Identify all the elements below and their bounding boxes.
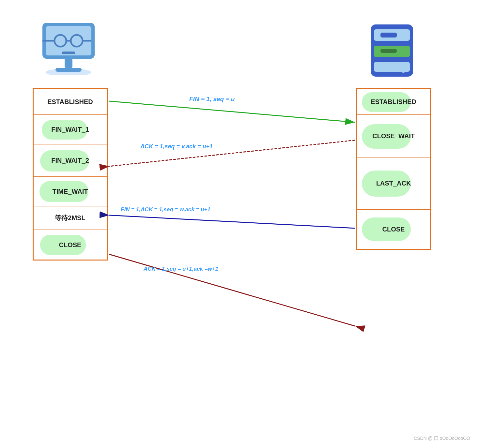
watermark: CSDN @ 囗 oOoOoOooOO [414, 436, 470, 441]
right-close-label: CLOSE [382, 226, 405, 233]
diagram-container: ESTABLISHED FIN_WAIT_1 FIN_WAIT_2 TIME_W… [0, 0, 480, 448]
right-state-established: ESTABLISHED [357, 89, 430, 115]
left-close-label: CLOSE [59, 241, 82, 249]
left-fin-wait-1-label: FIN_WAIT_1 [51, 126, 89, 133]
right-state-last-ack: LAST_ACK [357, 157, 430, 210]
svg-line-26 [109, 215, 355, 228]
svg-rect-15 [380, 49, 397, 53]
right-last-ack-label: LAST_ACK [376, 180, 411, 187]
right-state-close-wait: CLOSE_WAIT [357, 115, 430, 157]
left-established-label: ESTABLISHED [47, 98, 93, 106]
server-icon [366, 20, 418, 78]
svg-line-22 [109, 101, 355, 122]
left-state-time-wait: TIME_WAIT [34, 177, 107, 206]
left-fin-wait-2-label: FIN_WAIT_2 [51, 157, 89, 164]
left-state-fin-wait-1: FIN_WAIT_1 [34, 115, 107, 144]
svg-text:ACK = 1,seq = u+1,ack =w+1: ACK = 1,seq = u+1,ack =w+1 [143, 266, 218, 272]
left-time-wait-label: TIME_WAIT [53, 188, 88, 195]
computer-icon [39, 20, 98, 78]
left-state-wait-2msl: 等待2MSL [34, 206, 107, 230]
svg-line-24 [109, 140, 355, 166]
svg-point-17 [401, 67, 406, 73]
svg-text:ACK = 1,seq = v,ack = u+1: ACK = 1,seq = v,ack = u+1 [140, 143, 213, 150]
svg-rect-8 [62, 52, 75, 54]
right-close-wait-label: CLOSE_WAIT [372, 132, 415, 140]
right-state-close: CLOSE [357, 210, 430, 249]
right-established-label: ESTABLISHED [371, 98, 416, 106]
left-wait-2msl-label: 等待2MSL [55, 214, 85, 222]
svg-rect-13 [380, 33, 397, 37]
svg-rect-9 [65, 59, 72, 68]
left-state-box: ESTABLISHED FIN_WAIT_1 FIN_WAIT_2 TIME_W… [33, 88, 108, 261]
right-state-box: ESTABLISHED CLOSE_WAIT LAST_ACK CLOSE [356, 88, 431, 250]
left-state-established: ESTABLISHED [34, 89, 107, 115]
left-state-close: CLOSE [34, 230, 107, 260]
svg-text:FIN = 1, seq = u: FIN = 1, seq = u [189, 96, 235, 102]
svg-text:FIN = 1,ACK = 1,seq = w,ack = : FIN = 1,ACK = 1,seq = w,ack = u+1 [121, 206, 210, 213]
svg-line-28 [109, 254, 355, 326]
left-state-fin-wait-2: FIN_WAIT_2 [34, 144, 107, 177]
svg-rect-10 [55, 68, 82, 72]
